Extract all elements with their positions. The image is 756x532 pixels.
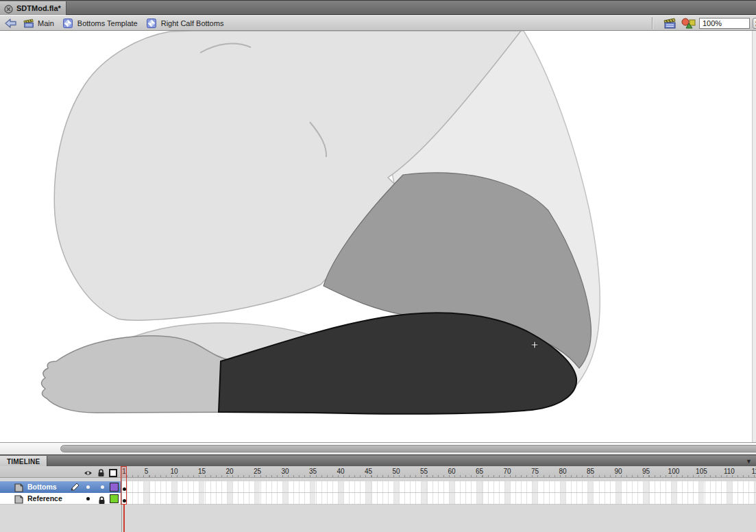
- editbar-right-controls: ▲▼: [663, 16, 756, 30]
- ruler-number-90: 90: [614, 468, 622, 475]
- frames-row-reference[interactable]: [121, 493, 756, 505]
- tab-close-icon[interactable]: [4, 4, 13, 13]
- ruler-number-55: 55: [420, 468, 428, 475]
- ruler-number-50: 50: [392, 468, 400, 475]
- leg-artwork: [0, 31, 756, 442]
- ruler-number-35: 35: [309, 468, 317, 475]
- flash-application-window: SDTMod.fla* MainBottoms TemplateRight Ca…: [0, 0, 756, 532]
- horizontal-scrollbar[interactable]: [0, 442, 756, 455]
- symbol-icon: [63, 19, 74, 28]
- playhead-line: [123, 505, 125, 532]
- breadcrumb-item-right-calf-bottoms[interactable]: Right Calf Bottoms: [147, 19, 224, 28]
- timeline-panel: TIMELINE ▼: [0, 455, 756, 532]
- breadcrumb-label: Main: [38, 19, 54, 27]
- timeline-empty-area: [0, 505, 756, 532]
- editbar-divider: [652, 17, 653, 29]
- layer-name[interactable]: Reference: [27, 494, 62, 503]
- ruler-number-5: 5: [145, 468, 149, 475]
- ruler-number-80: 80: [559, 468, 566, 475]
- ruler-number-40: 40: [337, 468, 344, 475]
- document-tab-bar: SDTMod.fla*: [0, 0, 756, 15]
- breadcrumb-item-main[interactable]: Main: [23, 19, 54, 28]
- frames-row-bottoms[interactable]: [121, 481, 756, 493]
- layer-outline-swatch[interactable]: [110, 494, 119, 503]
- panel-menu-icon[interactable]: ▼: [746, 458, 752, 465]
- edit-symbols-icon[interactable]: [681, 18, 694, 29]
- vertical-scrollbar[interactable]: [752, 31, 756, 442]
- timeline-tab-label: TIMELINE: [7, 458, 40, 466]
- layer-outline-swatch[interactable]: [110, 483, 119, 492]
- breadcrumb-label: Bottoms Template: [77, 19, 138, 27]
- ruler-number-30: 30: [281, 468, 289, 475]
- back-arrow-icon[interactable]: [4, 18, 18, 29]
- timeline-panel-header: TIMELINE ▼: [0, 455, 756, 466]
- zoom-level-input[interactable]: [699, 18, 750, 29]
- ruler-number-45: 45: [365, 468, 372, 475]
- ruler-number-105: 105: [696, 468, 707, 475]
- ruler-number-15: 15: [198, 468, 206, 475]
- stage-canvas[interactable]: [0, 31, 756, 442]
- document-tab[interactable]: SDTMod.fla*: [0, 1, 66, 15]
- document-title: SDTMod.fla*: [16, 4, 61, 12]
- layer-row-bottoms[interactable]: Bottoms: [0, 481, 121, 493]
- edit-bar: MainBottoms TemplateRight Calf Bottoms: [0, 16, 756, 31]
- zoom-stepper-button[interactable]: ▲▼: [753, 18, 756, 29]
- layer-column-header: [0, 466, 121, 478]
- visibility-dot[interactable]: [86, 497, 90, 500]
- ruler-number-25: 25: [254, 468, 261, 475]
- layer-name[interactable]: Bottoms: [27, 483, 57, 491]
- ruler-number-100: 100: [668, 468, 680, 475]
- visibility-dot[interactable]: [86, 485, 90, 489]
- scene-icon: [23, 19, 34, 28]
- ruler-number-95: 95: [642, 468, 650, 475]
- ruler-ticks: [121, 475, 756, 477]
- ruler-number-85: 85: [587, 468, 594, 475]
- ruler-number-10: 10: [170, 468, 178, 475]
- lock-dot[interactable]: [101, 485, 104, 489]
- ruler-number-115: 115: [751, 468, 756, 475]
- playhead[interactable]: [121, 466, 127, 505]
- breadcrumb-item-bottoms-template[interactable]: Bottoms Template: [63, 19, 138, 28]
- breadcrumb-label: Right Calf Bottoms: [161, 19, 224, 27]
- ruler-number-65: 65: [476, 468, 483, 475]
- ruler-number-60: 60: [448, 468, 455, 475]
- edit-scene-icon[interactable]: [663, 18, 676, 29]
- horizontal-scrollbar-thumb[interactable]: [60, 445, 756, 452]
- ruler-number-110: 110: [724, 468, 735, 475]
- frame-ruler[interactable]: 1510152025303540455055606570758085909510…: [121, 466, 756, 478]
- ruler-number-70: 70: [503, 468, 511, 475]
- timeline-tab[interactable]: TIMELINE: [0, 456, 47, 467]
- ruler-number-75: 75: [531, 468, 539, 475]
- symbol-icon: [147, 19, 158, 28]
- breadcrumb: MainBottoms TemplateRight Calf Bottoms: [4, 16, 232, 30]
- ruler-number-20: 20: [225, 468, 233, 475]
- layer-row-reference[interactable]: Reference: [0, 493, 121, 505]
